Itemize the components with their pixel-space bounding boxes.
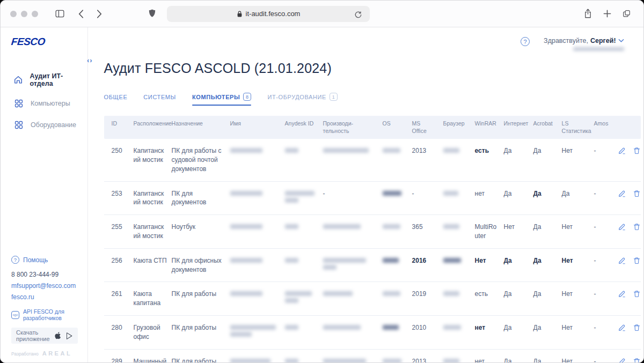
chevron-down-icon	[618, 39, 624, 43]
table-cell: MultiRouter	[475, 215, 504, 249]
table-cell: ПК для документов	[172, 181, 230, 215]
support-email-link[interactable]: mfsupport@fesco.com	[11, 282, 78, 290]
row-actions-cell	[618, 139, 641, 181]
sidebar-item-audit[interactable]: Аудит ИТ-отдела	[1, 68, 87, 92]
table-cell	[285, 139, 323, 181]
row-actions-cell	[618, 248, 641, 282]
edit-row-icon[interactable]	[618, 323, 626, 332]
table-cell: -	[594, 316, 618, 350]
delete-row-icon[interactable]	[633, 256, 641, 265]
sidebar-item-label: Оборудование	[31, 121, 76, 129]
forward-icon[interactable]	[92, 6, 107, 21]
tab-overview-icon[interactable]	[619, 6, 634, 21]
table-cell	[285, 316, 323, 350]
redacted-text	[285, 198, 298, 203]
row-actions-cell	[618, 316, 641, 350]
table-cell	[383, 139, 412, 181]
redacted-text	[285, 258, 298, 263]
redacted-text	[323, 291, 353, 296]
table-cell: Нет	[562, 316, 594, 350]
table-cell	[230, 316, 285, 350]
google-play-icon[interactable]	[65, 332, 73, 340]
privacy-shield-icon[interactable]	[144, 6, 159, 21]
table-cell: 2013	[412, 349, 443, 363]
table-cell: Капитанский мостик	[134, 139, 172, 181]
edit-row-icon[interactable]	[618, 256, 626, 265]
redacted-text	[230, 258, 262, 263]
sidebar-item-equipment[interactable]: Оборудование	[1, 115, 87, 135]
table-cell: Каюта СТП	[134, 248, 172, 282]
help-icon[interactable]: ?	[521, 37, 530, 46]
tab-kompyutery[interactable]: КОМПЬЮТЕРЫ8	[192, 93, 251, 106]
table-cell: Нет	[562, 139, 594, 181]
table-cell: Да	[533, 282, 562, 316]
redacted-text	[323, 224, 361, 229]
url-text: it-audit.fesco.com	[246, 10, 301, 18]
column-header: LS Статистика	[562, 116, 594, 139]
table-cell: Да	[533, 139, 562, 181]
reload-icon[interactable]	[350, 8, 365, 23]
table-cell: Да	[533, 181, 562, 215]
tab-obshchee[interactable]: ОБЩЕЕ	[104, 93, 128, 106]
row-actions-cell	[618, 282, 641, 316]
delete-row-icon[interactable]	[633, 290, 641, 298]
tab-sistemy[interactable]: СИСТЕМЫ	[143, 93, 176, 106]
column-header: MS Office	[412, 116, 443, 139]
table-row: 280Грузовой офисПК для работы2010нетДаДа…	[104, 316, 641, 350]
table-cell: Да	[504, 349, 533, 363]
delete-row-icon[interactable]	[633, 323, 641, 332]
minimize-window-button[interactable]	[21, 11, 27, 17]
home-icon	[13, 75, 24, 85]
back-icon[interactable]	[74, 6, 89, 21]
delete-row-icon[interactable]	[633, 189, 641, 198]
table-cell	[323, 139, 383, 181]
column-header: Назначение	[172, 116, 230, 139]
table-cell	[383, 215, 412, 249]
help-link[interactable]: ? Помощь	[11, 256, 78, 264]
download-app-button[interactable]: Скачать приложение	[11, 328, 78, 344]
redacted-text	[230, 359, 270, 363]
address-bar[interactable]: it-audit.fesco.com	[167, 6, 370, 22]
table-cell: Да	[504, 282, 533, 316]
table-row: 261Каюта капитанаПК для работы2019естьДа…	[104, 282, 641, 316]
edit-row-icon[interactable]	[618, 290, 626, 298]
site-link[interactable]: fesco.ru	[11, 293, 78, 301]
apple-icon[interactable]	[54, 332, 61, 340]
redacted-text	[285, 298, 298, 303]
table-cell: 289	[104, 349, 134, 363]
edit-row-icon[interactable]	[618, 223, 626, 231]
delete-row-icon[interactable]	[633, 357, 641, 363]
redacted-text	[383, 224, 400, 229]
table-cell: Да	[504, 139, 533, 181]
tab-it-oborudovanie[interactable]: ИТ-ОБРУДОВАНИЕ1	[267, 93, 338, 106]
table-cell: нет	[475, 181, 504, 215]
fesco-logo: FESCO	[11, 36, 88, 48]
sidebar-item-computers[interactable]: Компьютеры	[1, 94, 87, 113]
table-cell	[285, 282, 323, 316]
table-cell	[443, 248, 475, 282]
edit-row-icon[interactable]	[618, 146, 626, 155]
edit-row-icon[interactable]	[618, 189, 626, 198]
table-cell	[383, 181, 412, 215]
table-cell: Нет	[562, 248, 594, 282]
new-tab-icon[interactable]	[599, 6, 614, 21]
redacted-text	[443, 291, 459, 296]
table-cell: -	[594, 215, 618, 249]
share-icon[interactable]	[580, 6, 595, 21]
table-cell: Грузовой офис	[134, 316, 172, 350]
api-link[interactable]: ‹o› API FESCO для разработчиков	[11, 308, 78, 321]
sidebar-toggle-icon[interactable]	[52, 6, 67, 21]
table-cell	[230, 181, 285, 215]
table-cell	[323, 349, 383, 363]
edit-row-icon[interactable]	[618, 357, 626, 363]
user-menu[interactable]: Здравствуйте, Сергей!	[544, 37, 624, 45]
zoom-window-button[interactable]	[32, 11, 38, 17]
table-cell	[285, 181, 323, 215]
delete-row-icon[interactable]	[633, 146, 641, 155]
close-window-button[interactable]	[10, 11, 17, 17]
delete-row-icon[interactable]	[633, 223, 641, 231]
table-cell: -	[594, 139, 618, 181]
table-cell: ПК для работы	[172, 316, 230, 350]
support-phone: 8 800 23-444-99	[11, 271, 78, 278]
user-email-redacted	[573, 47, 624, 51]
